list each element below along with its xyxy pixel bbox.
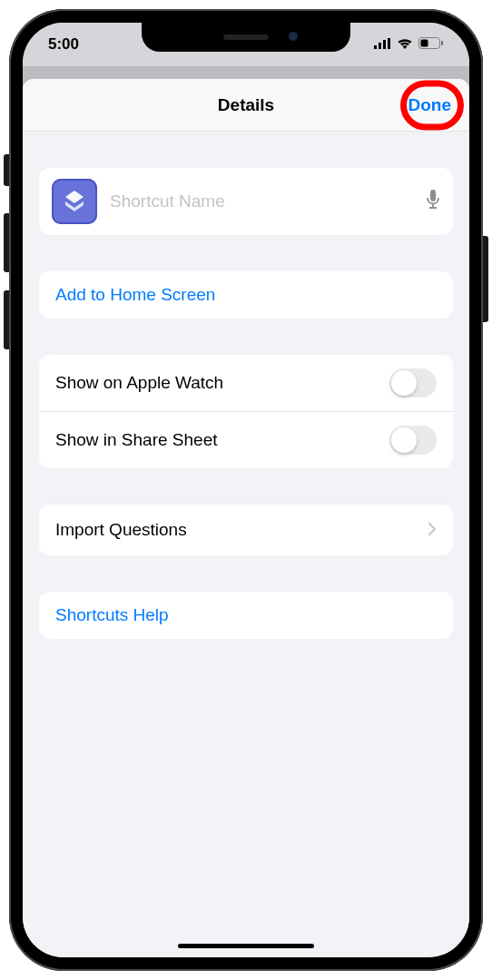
- cellular-icon: [374, 35, 391, 54]
- svg-rect-5: [421, 40, 428, 47]
- share-sheet-row: Show in Share Sheet: [39, 411, 453, 468]
- wifi-icon: [397, 35, 413, 54]
- add-to-home-screen-label: Add to Home Screen: [55, 285, 215, 305]
- home-indicator[interactable]: [178, 944, 314, 948]
- name-row: [39, 168, 453, 235]
- dictation-icon[interactable]: [426, 190, 440, 213]
- import-questions-label: Import Questions: [55, 520, 187, 540]
- share-sheet-toggle[interactable]: [389, 426, 437, 455]
- battery-icon: [418, 35, 444, 54]
- shortcut-app-icon[interactable]: [52, 179, 97, 224]
- name-group: [39, 168, 453, 235]
- svg-rect-6: [441, 41, 443, 45]
- import-questions-button[interactable]: Import Questions: [39, 505, 453, 555]
- status-time: 5:00: [48, 35, 79, 54]
- phone-frame: 5:00 Details Done: [9, 9, 483, 971]
- svg-rect-7: [430, 190, 436, 201]
- status-indicators: [374, 35, 444, 54]
- notch: [142, 23, 350, 52]
- shortcuts-help-button[interactable]: Shortcuts Help: [39, 592, 453, 639]
- apple-watch-toggle[interactable]: [389, 368, 437, 397]
- svg-rect-2: [383, 40, 386, 49]
- side-button: [483, 236, 488, 322]
- help-group: Shortcuts Help: [39, 592, 453, 639]
- done-button[interactable]: Done: [408, 95, 452, 115]
- screen: 5:00 Details Done: [23, 23, 469, 957]
- svg-rect-3: [388, 38, 390, 49]
- apple-watch-row: Show on Apple Watch: [39, 355, 453, 411]
- shortcuts-help-label: Shortcuts Help: [55, 605, 169, 625]
- apple-watch-label: Show on Apple Watch: [55, 373, 223, 393]
- nav-bar: Details Done: [23, 79, 469, 132]
- chevron-right-icon: [428, 518, 437, 542]
- share-sheet-label: Show in Share Sheet: [55, 430, 218, 450]
- shortcut-name-input[interactable]: [110, 191, 413, 211]
- import-group: Import Questions: [39, 505, 453, 555]
- svg-rect-1: [379, 43, 381, 49]
- add-to-home-screen-button[interactable]: Add to Home Screen: [39, 271, 453, 318]
- home-screen-group: Add to Home Screen: [39, 271, 453, 318]
- svg-rect-0: [374, 45, 377, 49]
- content: Add to Home Screen Show on Apple Watch S…: [23, 132, 469, 639]
- toggles-group: Show on Apple Watch Show in Share Sheet: [39, 355, 453, 468]
- page-title: Details: [218, 95, 274, 115]
- details-modal: Details Done: [23, 79, 469, 957]
